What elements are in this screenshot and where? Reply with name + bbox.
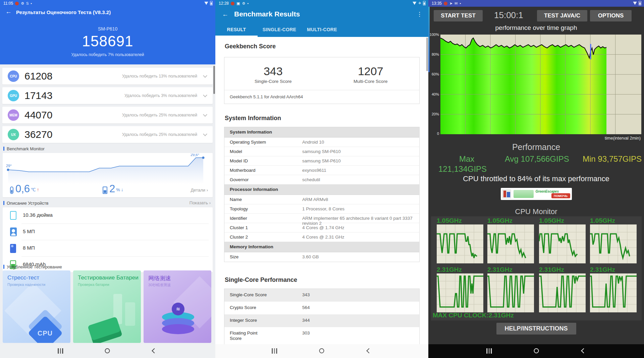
svg-text:29,6°: 29,6° bbox=[191, 154, 199, 157]
test-java-button[interactable]: TEST JAVA/C bbox=[537, 10, 587, 21]
cpu-throttling-app: 13:35 ➤ ✉ • START TEST 15:00:1 TEST JAVA… bbox=[428, 0, 644, 358]
gear-icon: ⚙ bbox=[21, 1, 24, 6]
more-dot-icon: • bbox=[31, 1, 32, 5]
table-row: Governorschedutil bbox=[224, 175, 419, 185]
ux-score: 36270 bbox=[24, 129, 52, 140]
y-axis-label: 20% bbox=[429, 112, 439, 116]
score-row-cpu[interactable]: CPU 61208 Удалось победить 13% пользоват… bbox=[2, 68, 213, 85]
multi-core-value: 1207 bbox=[322, 65, 420, 78]
recents-button[interactable] bbox=[58, 348, 63, 354]
front-camera-icon bbox=[10, 227, 17, 236]
y-axis-label: 100% bbox=[429, 33, 439, 37]
score-row-gpu[interactable]: GPU 17143 Удалось победить 3% пользовате… bbox=[2, 87, 213, 104]
network-speed-card[interactable]: 网络测速 30秒精准测速 ≋ bbox=[144, 270, 211, 343]
single-core-value: 343 bbox=[224, 65, 322, 78]
chevron-down-icon[interactable] bbox=[203, 132, 207, 136]
core2-freq: 1.05GHz bbox=[487, 217, 513, 224]
status-bar-middle: 12:28 ▣ ⚙ • ✈ bbox=[215, 0, 428, 7]
tab-result[interactable]: RESULT bbox=[227, 27, 246, 32]
ad-brand: GreenEscapes bbox=[536, 190, 559, 193]
core6-chart bbox=[487, 273, 534, 312]
image-icon: ▣ bbox=[236, 1, 240, 6]
ad-button[interactable]: ПОМОЧЬ bbox=[551, 193, 570, 198]
temperature-chart: 29° 29,6° bbox=[4, 154, 211, 185]
single-core-performance-heading: Single-Core Performance bbox=[225, 276, 297, 284]
battery-outline-icon bbox=[103, 187, 107, 194]
table-row: Integer Score344 bbox=[224, 314, 419, 327]
device-name: SM-P610 bbox=[0, 26, 215, 32]
nav-bar-left bbox=[0, 344, 215, 358]
battery-test-card[interactable]: Тестирование Батареи Проверка батареи bbox=[73, 270, 141, 343]
max-value: 121,134GIPS bbox=[438, 164, 487, 174]
back-nav-button[interactable] bbox=[153, 348, 156, 353]
notification-icon bbox=[231, 2, 234, 5]
show-link[interactable]: Показать › bbox=[190, 200, 211, 205]
page-title: Результаты Оценочного Теста (V8.3.2) bbox=[16, 9, 111, 15]
system-information-heading: System Information bbox=[225, 115, 281, 122]
core8-chart bbox=[590, 273, 637, 312]
core1-chart bbox=[437, 224, 483, 263]
send-icon: ➤ bbox=[449, 1, 452, 6]
rear-camera-icon bbox=[10, 244, 16, 253]
y-axis-label: 40% bbox=[429, 92, 439, 96]
clock: 12:28 bbox=[219, 1, 229, 6]
home-button[interactable] bbox=[105, 348, 110, 353]
home-button[interactable] bbox=[534, 348, 539, 353]
core7-freq: 2.31GHz bbox=[539, 266, 564, 273]
max-label: Max bbox=[459, 154, 474, 164]
back-button[interactable]: ← bbox=[222, 11, 228, 18]
score-summary-card: 343 Single-Core Score 1207 Multi-Core Sc… bbox=[224, 57, 420, 104]
stress-test-card[interactable]: Стресс-тест Проверка надежности CPU bbox=[3, 270, 70, 343]
svg-text:29°: 29° bbox=[6, 164, 12, 168]
battery-illustration-icon bbox=[88, 317, 122, 343]
table-section-header: System Information bbox=[224, 127, 419, 138]
ux-badge-icon: UX bbox=[8, 129, 19, 140]
geekbench-app: 12:28 ▣ ⚙ • ✈ ← Benchmark Results ⋮ RESU… bbox=[215, 0, 428, 358]
chevron-down-icon[interactable] bbox=[203, 112, 207, 117]
device-row-front-camera: 5 МП bbox=[3, 224, 213, 240]
chevron-down-icon[interactable] bbox=[203, 73, 207, 78]
cpu-monitor-panel: 1.05GHz 1.05GHz 1.05GHz 1.05GHz 2.31GHz … bbox=[431, 216, 642, 320]
chevron-down-icon[interactable] bbox=[203, 93, 207, 97]
cpu-beat: Удалось победить 13% пользователей bbox=[122, 74, 197, 79]
core2-chart bbox=[487, 224, 534, 263]
back-nav-button[interactable] bbox=[582, 348, 586, 353]
help-instructions-button[interactable]: HELP/INSTRUCTIONS bbox=[496, 323, 576, 335]
arrow-up-icon: ↑ bbox=[37, 185, 39, 194]
graph-title: performance over time graph bbox=[428, 24, 644, 32]
edge-scroll-indicator bbox=[428, 7, 430, 72]
avg-value: Avg 107,566GIPS bbox=[505, 154, 569, 164]
scrollbar[interactable] bbox=[213, 66, 215, 94]
battery-icon bbox=[423, 1, 426, 5]
tab-single-core[interactable]: SINGLE-CORE bbox=[263, 27, 297, 32]
table-row: Floating Point Score303 bbox=[224, 327, 419, 345]
single-core-label: Single-Core Score bbox=[224, 79, 322, 84]
recents-button[interactable] bbox=[272, 348, 277, 354]
ux-beat: Удалось победить 25% пользователей bbox=[122, 132, 197, 137]
options-button[interactable]: OPTIONS bbox=[590, 10, 632, 21]
back-button[interactable]: ← bbox=[5, 8, 12, 15]
wifi-stack-icon bbox=[162, 324, 194, 334]
antutu-app: 11:05 ⚙ S • ← Результаты Оценочного Тест… bbox=[0, 0, 215, 358]
core6-freq: 2.31GHz bbox=[487, 266, 513, 273]
antutu-header: 11:05 ⚙ S • ← Результаты Оценочного Тест… bbox=[0, 0, 215, 64]
menu-kebab-icon[interactable]: ⋮ bbox=[417, 11, 422, 18]
more-dot-icon: • bbox=[460, 1, 461, 5]
ad-banner[interactable]: GreenEscapes ПОМОЧЬ bbox=[501, 188, 572, 200]
recents-button[interactable] bbox=[486, 348, 492, 354]
start-test-button[interactable]: START TEST bbox=[434, 10, 483, 21]
score-row-ux[interactable]: UX 36270 Удалось победить 25% пользовате… bbox=[2, 126, 213, 143]
status-bar-right: 13:35 ➤ ✉ • bbox=[428, 0, 644, 7]
wifi-icon: ≋ bbox=[172, 303, 184, 315]
scrollbar[interactable] bbox=[426, 38, 428, 71]
home-button[interactable] bbox=[319, 348, 324, 353]
tab-multi-core[interactable]: MULTI-CORE bbox=[307, 27, 337, 32]
mem-badge-icon: MEM bbox=[8, 109, 19, 121]
back-nav-button[interactable] bbox=[367, 348, 371, 353]
score-row-mem[interactable]: MEM 44070 Удалось победить 25% пользоват… bbox=[2, 107, 213, 123]
table-section-header: Processor Information bbox=[224, 185, 419, 195]
geekbench-score-heading: Geekbench Score bbox=[225, 43, 276, 50]
mem-score: 44070 bbox=[24, 109, 52, 121]
details-link[interactable]: Детали › bbox=[191, 188, 208, 193]
table-row: NameARM ARMv8 bbox=[224, 195, 419, 204]
